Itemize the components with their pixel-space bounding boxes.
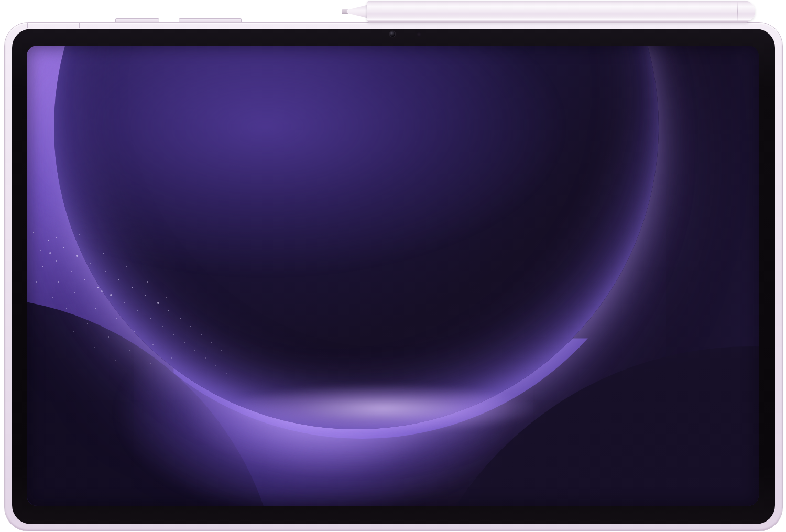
s-pen-body (367, 1, 755, 23)
ambient-sensor-icon (417, 32, 421, 37)
s-pen-cap-seam (737, 2, 738, 21)
screen-vignette (27, 46, 759, 506)
s-pen (342, 1, 756, 23)
tablet-screen (27, 46, 759, 506)
front-camera-icon (390, 31, 395, 37)
antenna-seam (79, 23, 80, 28)
product-photo (0, 0, 786, 532)
tablet-bezel (12, 29, 775, 524)
wallpaper-sparkle-dust (27, 46, 28, 47)
tablet-body (4, 22, 783, 531)
antenna-seam (27, 23, 28, 28)
